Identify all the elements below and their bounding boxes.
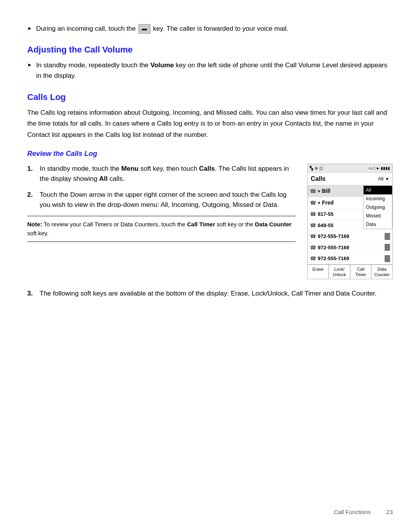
dropdown-option-data[interactable]: Data (364, 220, 392, 229)
dropdown-option-all[interactable]: All (364, 186, 392, 194)
phone-row-972-3[interactable]: ☎ 972-555-7169 (308, 253, 392, 264)
softkey-data-counter[interactable]: DataCounter (371, 265, 392, 279)
contact-icon-2: ■ (318, 200, 320, 206)
dropdown-option-missed[interactable]: Missed (364, 212, 392, 220)
number-972-2: 972-555-7169 (318, 244, 383, 252)
detail-icon-972-2[interactable] (385, 244, 390, 251)
phone-status-bar: ▚ ⊕ ◫ ▭ □ ► ▮▮▮▮ (308, 164, 392, 173)
phone-row-972-1[interactable]: ☎ 972-555-7169 (308, 231, 392, 242)
phone-ui: ▚ ⊕ ◫ ▭ □ ► ▮▮▮▮ Calls All ▼ (307, 164, 393, 279)
call-incoming-icon-2: ☎ (310, 199, 316, 207)
grid-icon: ◫ (319, 165, 323, 171)
volume-bullet-text: In standby mode, repeatedly touch the Vo… (36, 60, 393, 81)
signal-bars-icon: ▮▮▮▮ (381, 165, 390, 171)
step-1: 1. In standby mode, touch the Menu soft … (27, 164, 296, 184)
detail-icon-972-3[interactable] (385, 255, 390, 262)
footer-section: Call Functions (334, 508, 371, 517)
call-icon-649: ☎ (310, 222, 316, 229)
phone-softkeys: Erase Lock/Unlock CallTimer DataCounter (308, 264, 392, 279)
dropdown-arrow-icon: ▼ (385, 176, 389, 182)
status-left-icons: ▚ ⊕ ◫ (310, 165, 323, 171)
call-icon-972-1: ☎ (310, 233, 316, 240)
volume-bullet-arrow: ► (27, 61, 32, 69)
phone-list: ☎ ■ Bill ☎ ■ Fred ☎ 817-55 Missed (308, 186, 392, 264)
softkey-erase[interactable]: Erase (308, 265, 329, 279)
step-2-text: Touch the Down arrow in the upper right … (40, 190, 296, 210)
key-icon: ▬ (138, 24, 150, 34)
footer-page-number: 23 (386, 508, 393, 517)
contact-icon: ■ (318, 188, 320, 194)
phone-title-bar: Calls All ▼ (308, 173, 392, 186)
number-972-3: 972-555-7169 (318, 255, 383, 262)
bullet-arrow-icon: ► (27, 24, 32, 32)
incoming-call-text: During an incoming call, touch the ▬ key… (36, 23, 393, 34)
step-1-text: In standby mode, touch the Menu soft key… (40, 164, 296, 184)
signal-icon: ▚ (310, 165, 313, 171)
call-icon-972-3: ☎ (310, 255, 316, 262)
status-right-icons: ▭ □ ► ▮▮▮▮ (369, 165, 390, 171)
dropdown-option-incoming[interactable]: Incoming (364, 194, 392, 203)
calls-log-intro: The Calls log retains information about … (27, 107, 393, 141)
two-column-section: 1. In standby mode, touch the Menu soft … (27, 164, 393, 279)
dropdown-menu[interactable]: All Incoming Outgoing Missed Data (363, 186, 392, 229)
phone-dropdown[interactable]: All ▼ (378, 175, 389, 183)
step-3: 3. The following soft keys are available… (27, 289, 393, 299)
detail-icon-972-1[interactable] (385, 233, 390, 240)
phone-screen: ▚ ⊕ ◫ ▭ □ ► ▮▮▮▮ Calls All ▼ (307, 164, 393, 279)
screen-icon: □ (373, 165, 375, 171)
softkey-lock-unlock[interactable]: Lock/Unlock (329, 265, 350, 279)
page-footer: Call Functions 23 (334, 508, 393, 517)
incoming-call-item: ► During an incoming call, touch the ▬ k… (27, 23, 393, 34)
call-incoming-icon: ☎ (310, 187, 316, 195)
call-outgoing-icon: ☎ (310, 210, 316, 218)
step-3-number: 3. (27, 289, 34, 299)
step-2: 2. Touch the Down arrow in the upper rig… (27, 190, 296, 210)
battery-icon: ▭ (369, 165, 372, 171)
note-label: Note: (27, 221, 42, 228)
arrow-icon: ► (376, 165, 380, 171)
dropdown-option-outgoing[interactable]: Outgoing (364, 203, 392, 212)
step-1-number: 1. (27, 164, 34, 174)
volume-bullet-item: ► In standby mode, repeatedly touch the … (27, 60, 393, 81)
step-2-number: 2. (27, 190, 34, 200)
softkey-call-timer[interactable]: CallTimer (350, 265, 372, 279)
step-3-text: The following soft keys are available at… (40, 289, 377, 299)
left-column: 1. In standby mode, touch the Menu soft … (27, 164, 296, 279)
compass-icon: ⊕ (315, 165, 318, 171)
dropdown-label: All (378, 175, 383, 183)
note-box: Note: To review your Call Timers or Data… (27, 216, 296, 242)
phone-row-972-2[interactable]: ☎ 972-555-7169 (308, 242, 392, 254)
note-text: To review your Call Timers or Data Count… (27, 221, 292, 236)
number-972-1: 972-555-7169 (318, 233, 383, 240)
calls-log-heading: Calls Log (27, 91, 393, 103)
adjusting-volume-heading: Adjusting the Call Volume (27, 43, 393, 56)
phone-title: Calls (311, 174, 326, 184)
review-calls-log-heading: Review the Calls Log (27, 149, 393, 159)
call-icon-972-2: ☎ (310, 244, 316, 252)
